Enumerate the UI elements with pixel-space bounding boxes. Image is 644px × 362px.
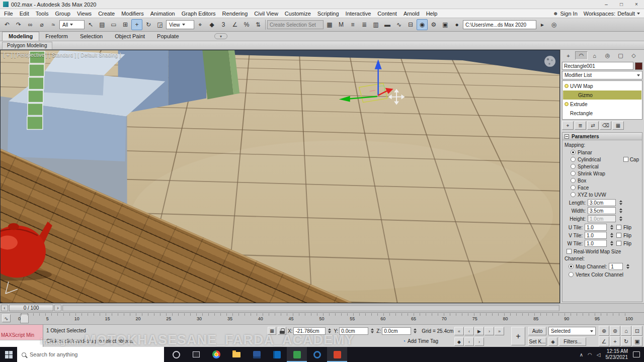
viewport-label[interactable]: [ + ] [ Perspective ] [ Standard ] [ Def… [4,52,121,58]
menu-item[interactable]: File [4,11,13,17]
project-folder-icon[interactable]: ▸ [537,19,548,30]
spinner[interactable] [609,233,614,238]
modifier-list-dropdown[interactable]: Modifier List [562,71,642,79]
ribbon-minimize-toggle[interactable]: ▾ [214,33,227,39]
pan-icon[interactable]: + [610,336,620,346]
flip-checkbox[interactable] [616,233,621,238]
coordinate-field[interactable]: Z: 0.0cm [376,327,418,335]
menu-item[interactable]: Modifiers [121,11,144,17]
next-frame-arrow[interactable]: › [54,305,61,311]
mapping-option[interactable]: Planar [565,149,640,156]
perspective-viewport[interactable]: [ + ] [ Perspective ] [ Standard ] [ Def… [0,50,560,303]
menu-item[interactable]: Arnold [404,11,420,17]
spinner[interactable] [327,328,332,333]
value-field[interactable]: 1.0cm [588,215,616,222]
workspace-switch-icon[interactable]: ◎ [548,19,559,30]
start-button[interactable] [0,347,17,362]
radio-icon[interactable] [571,157,576,162]
zoom-all-icon[interactable]: ⊛ [610,326,620,336]
hierarchy-tab-icon[interactable]: ⌂ [588,51,601,60]
menu-item[interactable]: Graph Editors [182,11,216,17]
project-path-field[interactable]: C:\Users\me...ds Max 2020 [463,20,536,29]
spinner[interactable] [412,328,418,333]
render-setup-icon[interactable]: ⚙ [428,19,439,30]
motion-tab-icon[interactable]: ◎ [601,51,614,60]
spinner[interactable] [609,241,614,246]
reference-coordinate-dropdown[interactable]: View [166,20,194,29]
pin-stack-icon[interactable]: ⌖ [562,121,574,130]
menu-item[interactable]: Help [426,11,438,17]
modifier-visibility-icon[interactable] [565,102,569,106]
schematic-view-icon[interactable]: ⊟ [405,19,416,30]
display-tab-icon[interactable]: ▢ [614,51,627,60]
close-button[interactable]: × [629,0,644,9]
mapping-option[interactable]: Cylindrical Cap [565,156,640,163]
outlook-icon[interactable] [267,347,287,362]
redo-icon[interactable]: ↷ [13,19,24,30]
selection-set-key-dropdown[interactable]: Selected [548,327,596,335]
menu-item[interactable]: Rendering [222,11,248,17]
value-field[interactable]: 3.0cm [588,199,616,206]
network-icon[interactable]: ◠ [588,352,592,357]
select-and-link-icon[interactable]: ∞ [25,19,36,30]
menu-item[interactable]: Tools [36,11,49,17]
object-name-field[interactable]: Rectangle001 [562,62,633,70]
next-key-button[interactable]: › [474,337,484,346]
modifier-stack-item[interactable]: Rectangle [563,109,641,118]
select-and-scale-icon[interactable]: ◲ [154,19,166,30]
radio-icon[interactable] [571,164,576,169]
minimize-button[interactable]: – [599,0,614,9]
action-center-icon[interactable] [633,351,640,357]
workspaces-dropdown[interactable]: Workspaces: Default [584,11,640,17]
menu-item[interactable]: Interactive [346,11,371,17]
radio-icon[interactable] [571,178,576,183]
flip-checkbox[interactable] [616,241,621,246]
selection-lock-icon[interactable] [278,327,286,335]
map-channel-field[interactable]: 1 [609,263,623,270]
percent-snap-icon[interactable]: % [241,19,252,30]
unlink-selection-icon[interactable]: ⌀ [36,19,47,30]
volume-icon[interactable]: ◁ [597,352,601,357]
add-time-tag[interactable]: ◔ Add Time Tag [403,338,438,344]
mirror-icon[interactable]: M [336,19,347,30]
mapping-option[interactable]: XYZ to UVW [565,191,640,198]
menu-item[interactable]: Animation [150,11,175,17]
maximize-viewport-icon[interactable]: ▣ [632,336,642,346]
key-mode-toggle-button[interactable]: ◆ [454,337,464,346]
transform-type-in-icon[interactable]: ▦ [268,327,276,335]
radio-icon[interactable] [571,185,576,190]
curve-editor-icon[interactable]: ∿ [393,19,405,30]
mini-curve-editor-button[interactable]: ∿ [2,314,11,322]
modifier-visibility-icon[interactable] [565,84,569,88]
real-world-checkbox[interactable] [567,249,572,254]
modifier-stack-item[interactable]: Extrude [563,100,641,109]
green-app-icon[interactable] [287,347,307,362]
coordinate-field[interactable]: Y: 0.0cm [334,327,375,335]
material-editor-icon[interactable]: ◉ [417,19,428,30]
modifier-stack-item[interactable]: Gizmo [563,90,641,100]
file-explorer-icon[interactable] [226,347,247,362]
menu-item[interactable]: Customize [285,11,311,17]
rendered-frame-window-icon[interactable]: ▣ [440,19,451,30]
next-frame-button[interactable]: › [485,327,494,335]
previous-frame-arrow[interactable]: ‹ [1,305,8,311]
teapot[interactable] [1,222,52,278]
value-field[interactable]: 1.0 [585,240,607,247]
move-gizmo[interactable] [339,59,393,102]
cap-checkbox[interactable] [623,157,628,162]
auto-key-button[interactable]: Auto [528,327,546,335]
spinner[interactable] [625,264,630,269]
select-by-name-icon[interactable]: ▤ [97,19,108,30]
taskbar-clock[interactable]: 12:15 AM 5/23/2021 [606,348,628,360]
mapping-option[interactable]: Box [565,177,640,184]
sign-in-button[interactable]: ☻ Sign In [553,11,578,17]
field-of-view-icon[interactable]: ∠ [599,336,609,346]
menu-item[interactable]: Edit [20,11,29,17]
window-crossing-icon[interactable]: ⊞ [120,19,131,30]
snaps-toggle-icon[interactable]: 3 [218,19,229,30]
show-end-result-icon[interactable]: ≣ [575,121,586,130]
previous-key-button[interactable]: ‹ [464,337,474,346]
select-and-manipulate-icon[interactable]: ◆ [206,19,217,30]
maximize-button[interactable]: □ [614,0,629,9]
go-to-end-button[interactable]: » [495,327,504,335]
